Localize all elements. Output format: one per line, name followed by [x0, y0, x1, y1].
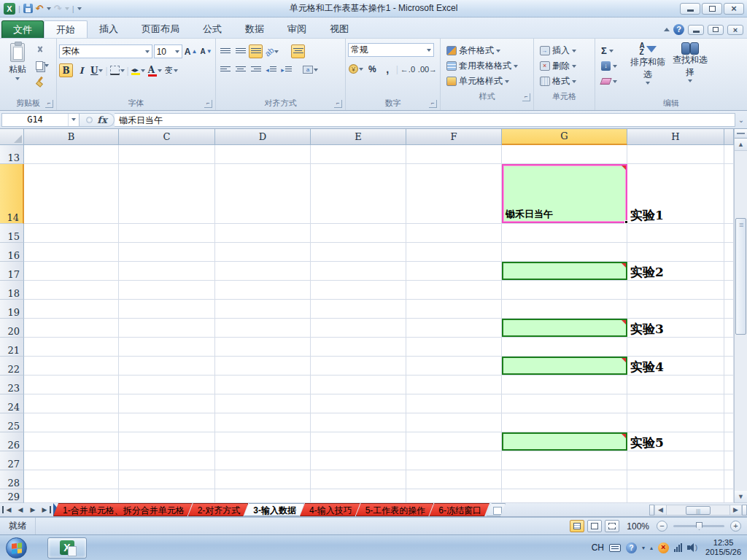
cell-F15[interactable]	[406, 224, 502, 242]
tab-审阅[interactable]: 审阅	[276, 20, 318, 38]
clear-button[interactable]	[599, 74, 625, 88]
cell-C17[interactable]	[119, 262, 215, 280]
cell-D27[interactable]	[215, 451, 311, 470]
cell-B27[interactable]	[24, 451, 119, 470]
cell-H18[interactable]	[627, 281, 724, 299]
cell-D14[interactable]	[215, 164, 311, 223]
comma-style-button[interactable]: ,	[381, 62, 395, 76]
accounting-format-button[interactable]: ¥	[348, 62, 364, 76]
show-hidden-icons[interactable]: ▴	[650, 545, 653, 551]
clipboard-dialog-launcher[interactable]: ⌐	[45, 100, 53, 108]
cell-F23[interactable]	[406, 376, 502, 394]
cell-B24[interactable]	[24, 394, 119, 413]
cell-E14[interactable]	[311, 164, 406, 223]
cell-C13[interactable]	[119, 145, 215, 163]
cell-C19[interactable]	[119, 300, 215, 318]
cell-E18[interactable]	[311, 281, 406, 299]
cell-G28[interactable]	[502, 470, 627, 489]
cell-F19[interactable]	[406, 300, 502, 318]
shrink-font-button[interactable]: A▼	[199, 44, 213, 58]
cell-F24[interactable]	[406, 394, 502, 413]
insert-function-button[interactable]: fx	[80, 113, 115, 127]
cell-E13[interactable]	[311, 145, 406, 163]
row-header-22[interactable]: 22	[0, 357, 24, 376]
horizontal-scrollbar[interactable]: ◀ ||| ▶	[649, 503, 747, 516]
cell-B17[interactable]	[24, 262, 119, 280]
cell-F28[interactable]	[406, 470, 502, 489]
redo-icon[interactable]: ↷	[54, 4, 62, 13]
decrease-indent-button[interactable]: ◂	[264, 63, 278, 77]
column-header-E[interactable]: E	[311, 129, 406, 145]
paste-button[interactable]: 粘贴	[2, 41, 33, 98]
row-header-20[interactable]: 20	[0, 319, 24, 338]
cell-C25[interactable]	[119, 413, 215, 432]
format-as-table-button[interactable]: 套用表格格式	[444, 59, 530, 73]
cell-E21[interactable]	[311, 338, 406, 356]
excel-app-icon[interactable]: X	[4, 3, 15, 15]
number-format-combo[interactable]: 常规	[348, 43, 434, 57]
column-header-H[interactable]: H	[627, 129, 724, 145]
cell-G25[interactable]	[502, 413, 627, 432]
last-sheet-icon[interactable]: ▶	[39, 506, 51, 513]
cell-B15[interactable]	[24, 224, 119, 242]
increase-decimal-button[interactable]: ←.0	[400, 62, 416, 76]
prev-sheet-icon[interactable]: ◀	[15, 506, 26, 513]
autosum-button[interactable]: Σ	[599, 44, 625, 58]
bold-button[interactable]: B	[59, 63, 73, 77]
cell-E26[interactable]	[311, 432, 406, 451]
row-header-14[interactable]: 14	[0, 164, 24, 224]
cell-C29[interactable]	[119, 489, 215, 502]
zoom-level[interactable]: 100%	[627, 521, 649, 532]
cell-G19[interactable]	[502, 300, 627, 318]
percent-style-button[interactable]: %	[365, 62, 379, 76]
sheet-tab-6-冻结窗口[interactable]: 6-冻结窗口	[429, 503, 489, 516]
vertical-split-handle[interactable]	[735, 129, 747, 139]
row-header-21[interactable]: 21	[0, 338, 24, 357]
undo-icon[interactable]: ↶	[36, 4, 44, 13]
cell-G13[interactable]	[502, 145, 627, 163]
sheet-tab-1-合并单元格、拆分合并单元格[interactable]: 1-合并单元格、拆分合并单元格	[53, 503, 193, 516]
cell-H13[interactable]	[627, 145, 724, 163]
align-right-button[interactable]	[249, 63, 263, 77]
zoom-out-button[interactable]: −	[657, 521, 667, 532]
taskbar-excel-button[interactable]: X	[47, 537, 87, 559]
cell-E25[interactable]	[311, 413, 406, 432]
top-align-button[interactable]	[218, 44, 232, 58]
row-header-18[interactable]: 18	[0, 281, 24, 300]
zoom-slider-thumb[interactable]	[696, 522, 703, 530]
conditional-formatting-button[interactable]: 条件格式	[444, 44, 530, 58]
first-sheet-icon[interactable]: ◀	[2, 506, 14, 513]
cell-H23[interactable]	[627, 376, 724, 394]
cell-H28[interactable]	[627, 470, 724, 489]
cell-styles-button[interactable]: 单元格样式	[444, 74, 530, 88]
cell-E22[interactable]	[311, 357, 406, 375]
align-left-button[interactable]	[218, 63, 232, 77]
row-header-29[interactable]: 29	[0, 489, 24, 503]
cell-F27[interactable]	[406, 451, 502, 470]
column-header-C[interactable]: C	[119, 129, 215, 145]
cell-F22[interactable]	[406, 357, 502, 375]
decrease-decimal-button[interactable]: .00→	[417, 62, 438, 76]
cell-C14[interactable]	[119, 164, 215, 223]
zoom-in-button[interactable]: +	[730, 521, 741, 532]
cell-C16[interactable]	[119, 243, 215, 261]
row-header-23[interactable]: 23	[0, 376, 24, 394]
cell-C26[interactable]	[119, 432, 215, 451]
cell-B20[interactable]	[24, 319, 119, 337]
cell-H19[interactable]	[627, 300, 724, 318]
cell-F18[interactable]	[406, 281, 502, 299]
cell-H29[interactable]	[627, 489, 724, 502]
sheet-tab-4-输入技巧[interactable]: 4-输入技巧	[300, 503, 360, 516]
collapse-ribbon-icon[interactable]	[664, 28, 670, 31]
tray-help-icon[interactable]: ?	[626, 542, 637, 553]
cell-F13[interactable]	[406, 145, 502, 163]
formula-input[interactable]: 锄禾日当午	[115, 113, 735, 127]
tab-页面布局[interactable]: 页面布局	[130, 20, 191, 38]
font-color-button[interactable]: A	[147, 63, 163, 77]
alignment-dialog-launcher[interactable]: ⌐	[334, 100, 342, 108]
scroll-right-icon[interactable]: ▶	[729, 505, 742, 516]
tab-开始[interactable]: 开始	[44, 20, 88, 38]
workbook-close-button[interactable]: ×	[727, 25, 743, 35]
cell-E27[interactable]	[311, 451, 406, 470]
cell-D21[interactable]	[215, 338, 311, 356]
